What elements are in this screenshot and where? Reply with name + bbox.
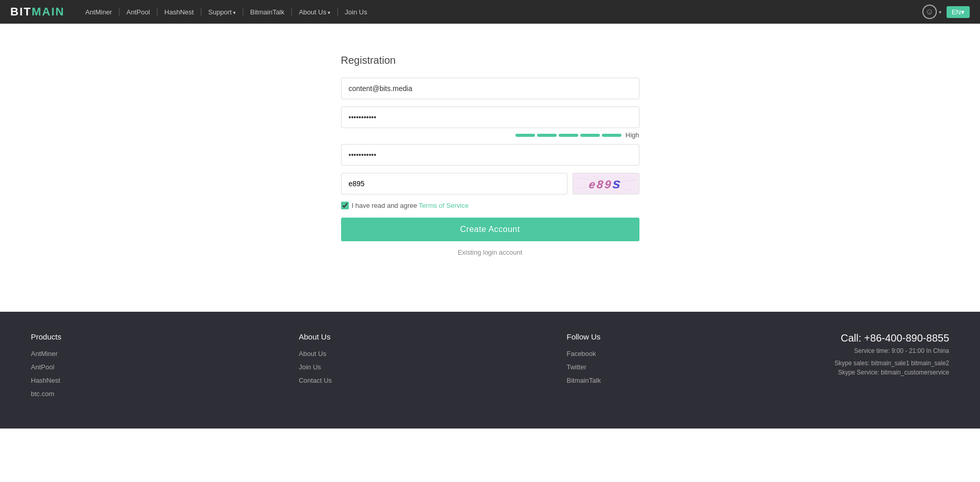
nav-sep-1: |	[117, 7, 121, 16]
footer-products-btccom: btc.com	[31, 389, 108, 398]
footer-follow-list: Facebook Twitter BitmainTalk	[566, 349, 644, 384]
footer-about-list: About Us Join Us Contact Us	[299, 349, 376, 384]
create-account-button[interactable]: Create Account	[341, 218, 639, 241]
footer-top: Products AntMiner AntPool HashNest btc.c…	[31, 332, 949, 403]
footer-link-facebook[interactable]: Facebook	[566, 350, 596, 358]
footer-contact-col: Call: +86-400-890-8855 Service time: 9:0…	[834, 332, 949, 403]
captcha-image[interactable]: e89s	[573, 173, 639, 194]
nav-item-antpool[interactable]: AntPool	[121, 8, 155, 16]
footer: Products AntMiner AntPool HashNest btc.c…	[0, 312, 980, 429]
navbar-right: ☺ ▾ EN▾	[922, 5, 970, 19]
captcha-text: e89s	[589, 175, 623, 192]
terms-text: I have read and agree Terms of Service	[352, 202, 469, 209]
strength-seg-2	[537, 134, 557, 137]
footer-skype-sales: Skype sales: bitmain_sale1 bitmain_sale2	[834, 360, 949, 367]
footer-follow-twitter: Twitter	[566, 363, 644, 371]
terms-checkbox[interactable]	[341, 202, 349, 209]
terms-row: I have read and agree Terms of Service	[341, 202, 639, 209]
nav-sep-6: |	[335, 7, 340, 16]
nav-link-aboutus[interactable]: About Us	[294, 8, 335, 16]
strength-label: High	[626, 131, 639, 139]
footer-products-hashnest: HashNest	[31, 376, 108, 384]
language-button[interactable]: EN▾	[947, 6, 970, 18]
footer-link-antpool[interactable]: AntPool	[31, 363, 55, 371]
nav-sep-2: |	[155, 7, 159, 16]
user-menu[interactable]: ☺ ▾	[922, 5, 941, 19]
nav-link-joinus[interactable]: Join Us	[340, 8, 372, 16]
footer-about-aboutus: About Us	[299, 349, 376, 358]
user-dropdown-arrow: ▾	[939, 9, 941, 15]
password-group	[341, 106, 639, 128]
footer-about-title: About Us	[299, 332, 376, 341]
nav-link-hashnest[interactable]: HashNest	[159, 8, 199, 16]
registration-box: Registration High	[341, 55, 639, 256]
footer-link-contactus[interactable]: Contact Us	[299, 377, 332, 384]
nav-item-bitmaintalk[interactable]: BitmainTalk	[245, 8, 289, 16]
footer-skype-service: Skype Service: bitmain_customerservice	[834, 369, 949, 376]
footer-about-col: About Us About Us Join Us Contact Us	[299, 332, 376, 403]
footer-follow-col: Follow Us Facebook Twitter BitmainTalk	[566, 332, 644, 403]
navbar: BITMAIN AntMiner | AntPool | HashNest | …	[0, 0, 980, 24]
password-field[interactable]	[341, 106, 639, 128]
strength-seg-4	[580, 134, 600, 137]
nav-link-antpool[interactable]: AntPool	[121, 8, 155, 16]
nav-item-joinus[interactable]: Join Us	[340, 8, 372, 16]
nav-sep-4: |	[241, 7, 245, 16]
footer-about-contactus: Contact Us	[299, 376, 376, 384]
strength-seg-3	[559, 134, 578, 137]
captcha-input[interactable]	[341, 173, 567, 194]
footer-link-aboutus[interactable]: About Us	[299, 350, 326, 358]
strength-seg-5	[602, 134, 621, 137]
nav-sep-3: |	[199, 7, 203, 16]
nav-link-support[interactable]: Support	[203, 8, 241, 16]
logo-main: MAIN	[31, 5, 64, 18]
registration-title: Registration	[341, 55, 639, 66]
nav-item-aboutus[interactable]: About Us	[294, 8, 335, 16]
footer-follow-bitmaintalk: BitmainTalk	[566, 376, 644, 384]
footer-link-twitter[interactable]: Twitter	[566, 363, 586, 371]
footer-products-list: AntMiner AntPool HashNest btc.com	[31, 349, 108, 398]
captcha-row: e89s	[341, 173, 639, 194]
nav-sep-5: |	[290, 7, 294, 16]
footer-products-col: Products AntMiner AntPool HashNest btc.c…	[31, 332, 108, 403]
navbar-left: BITMAIN AntMiner | AntPool | HashNest | …	[10, 5, 372, 19]
footer-link-joinus[interactable]: Join Us	[299, 363, 321, 371]
nav-item-support[interactable]: Support	[203, 8, 241, 16]
footer-link-antminer[interactable]: AntMiner	[31, 350, 58, 358]
password-strength-row: High	[341, 131, 639, 139]
footer-link-btccom[interactable]: btc.com	[31, 390, 55, 398]
footer-service-time: Service time: 9:00 - 21:00 In China	[834, 347, 949, 354]
nav-link-antminer[interactable]: AntMiner	[80, 8, 117, 16]
footer-products-antminer: AntMiner	[31, 349, 108, 358]
user-avatar-icon: ☺	[922, 5, 937, 19]
confirm-password-group	[341, 144, 639, 166]
confirm-password-field[interactable]	[341, 144, 639, 166]
terms-of-service-link[interactable]: Terms of Service	[419, 202, 469, 209]
footer-about-joinus: Join Us	[299, 363, 376, 371]
nav-item-hashnest[interactable]: HashNest	[159, 8, 199, 16]
email-field[interactable]	[341, 78, 639, 99]
strength-bar	[515, 134, 621, 137]
logo-bit: BIT	[10, 5, 31, 18]
main-content: Registration High	[0, 24, 980, 312]
nav-item-antminer[interactable]: AntMiner	[80, 8, 117, 16]
footer-products-title: Products	[31, 332, 108, 341]
logo[interactable]: BITMAIN	[10, 5, 65, 19]
strength-seg-1	[515, 134, 535, 137]
footer-follow-facebook: Facebook	[566, 349, 644, 358]
footer-products-antpool: AntPool	[31, 363, 108, 371]
footer-phone: Call: +86-400-890-8855	[834, 332, 949, 344]
nav-link-bitmaintalk[interactable]: BitmainTalk	[245, 8, 289, 16]
existing-login-link[interactable]: Existing login account	[341, 248, 639, 256]
nav-links: AntMiner | AntPool | HashNest | Support …	[80, 7, 372, 16]
footer-follow-title: Follow Us	[566, 332, 644, 341]
footer-link-hashnest[interactable]: HashNest	[31, 377, 60, 384]
footer-link-bitmaintalk[interactable]: BitmainTalk	[566, 377, 600, 384]
email-group	[341, 78, 639, 99]
